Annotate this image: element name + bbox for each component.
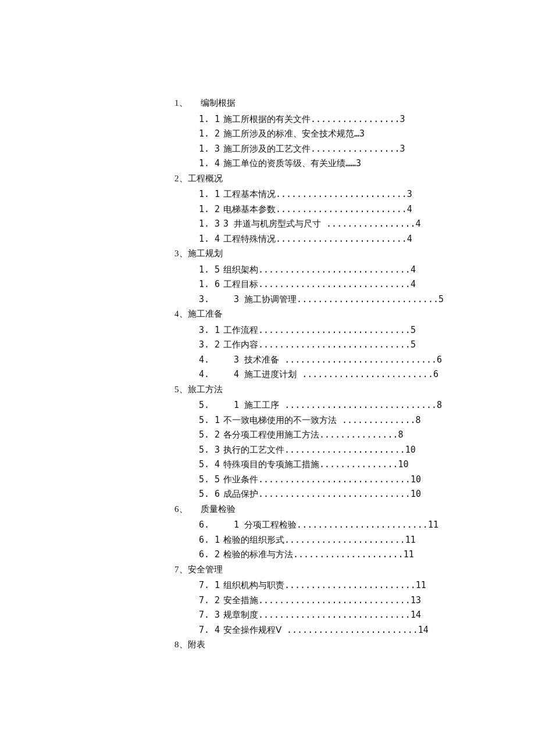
section-title: 附表 — [188, 637, 205, 653]
toc-entry: 5. 2各分项工程使用施工方法...............8 — [199, 428, 369, 443]
entry-label: 1 施工工序 .............................8 — [223, 398, 442, 413]
entry-label: 施工所涉及的标准、安全技术规范…3 — [223, 127, 365, 142]
entry-num: 1. 2 — [199, 127, 223, 142]
entry-label: 作业条件.............................10 — [223, 472, 421, 488]
entry-num: 5. 5 — [199, 472, 223, 488]
toc-entry: 5. 1不一致电梯使用的不一致方法 ..............8 — [199, 413, 369, 428]
entry-label: 施工所根据的有关文件.................3 — [223, 112, 405, 127]
section-number: 7、 — [174, 562, 188, 578]
toc-entry: 1. 5组织架构.............................4 — [199, 263, 369, 278]
toc-entry: 7. 1组织机构与职责.........................11 — [199, 578, 369, 593]
entry-num: 1. 5 — [199, 263, 223, 278]
toc-entry: 3. 3 施工协调管理...........................5 — [199, 292, 369, 307]
toc-section-6: 6、 质量检验 — [174, 502, 369, 517]
toc-entry: 7. 2安全措施.............................13 — [199, 593, 369, 608]
toc-section-7: 7、安全管理 — [174, 562, 369, 578]
entry-num: 1. 4 — [199, 232, 223, 247]
entry-label: 规章制度.............................14 — [223, 608, 421, 623]
section-gap — [188, 96, 201, 111]
toc-entry: 5. 3执行的工艺文件.......................10 — [199, 443, 369, 458]
entry-num: 3. — [199, 292, 223, 307]
entry-label: 工程基本情况.........................3 — [223, 187, 412, 202]
entry-label: 施工所涉及的工艺文件.................3 — [223, 142, 405, 157]
toc-entry: 3. 2工作内容.............................5 — [199, 338, 369, 353]
toc-entry: 5. 5作业条件.............................10 — [199, 472, 369, 488]
entry-label: 各分项工程使用施工方法...............8 — [223, 428, 404, 443]
section-number: 5、 — [174, 382, 188, 397]
toc-entry: 4. 4 施工进度计划 .........................6 — [199, 367, 369, 382]
section-number: 8、 — [174, 637, 188, 653]
section-gap — [188, 502, 201, 517]
toc-entry: 5. 6成品保护.............................10 — [199, 487, 369, 502]
toc-entry: 1. 4工程特殊情况.........................4 — [199, 232, 369, 247]
toc-entry: 1. 2电梯基本参数.........................4 — [199, 202, 369, 217]
section-number: 6、 — [174, 502, 188, 517]
section-title: 编制根据 — [201, 96, 236, 111]
entry-num: 6. 2 — [199, 547, 223, 562]
entry-num: 5. 3 — [199, 443, 223, 458]
entry-num: 3. 2 — [199, 338, 223, 353]
entry-label: 组织机构与职责.........................11 — [223, 578, 426, 593]
entry-label: 不一致电梯使用的不一致方法 ..............8 — [223, 413, 421, 428]
toc-entry: 6. 1检验的组织形式.......................11 — [199, 533, 369, 548]
entry-num: 5. 2 — [199, 428, 223, 443]
toc-entry: 1. 1工程基本情况.........................3 — [199, 187, 369, 202]
entry-label: 安全操作规程Ⅴ .........................14 — [223, 623, 429, 638]
entry-num: 4. — [199, 367, 223, 382]
toc-section-8: 8、附表 — [174, 637, 369, 653]
toc-section-1: 1、 编制根据 — [174, 96, 369, 111]
entry-num: 7. 4 — [199, 623, 223, 638]
toc-section-2: 2、工程概况 — [174, 171, 369, 187]
entry-label: 执行的工艺文件.......................10 — [223, 443, 416, 458]
entry-label: 电梯基本参数.........................4 — [223, 202, 412, 217]
section-title: 施工规划 — [188, 246, 223, 261]
entry-num: 1. 1 — [199, 112, 223, 127]
section-number: 4、 — [174, 307, 188, 322]
entry-num: 4. — [199, 353, 223, 368]
entry-label: 4 施工进度计划 .........................6 — [223, 367, 438, 382]
entry-label: 施工单位的资质等级、有关业绩……3 — [223, 156, 361, 171]
toc-entry: 6. 2检验的标准与方法.....................11 — [199, 547, 369, 562]
entry-label: 特殊项目的专项施工措施...............10 — [223, 457, 409, 472]
entry-num: 7. 1 — [199, 578, 223, 593]
entry-num: 6. — [199, 518, 223, 533]
entry-num: 1. 2 — [199, 202, 223, 217]
entry-label: 工程目标.............................4 — [223, 277, 416, 292]
toc-entry: 1. 6工程目标.............................4 — [199, 277, 369, 292]
entry-label: 1 分项工程检验.........................11 — [223, 518, 438, 533]
toc-entry: 6. 1 分项工程检验.........................11 — [199, 518, 369, 533]
entry-num: 5. 1 — [199, 413, 223, 428]
section-title: 质量检验 — [201, 502, 236, 517]
toc-section-4: 4、施工准备 — [174, 307, 369, 322]
section-title: 安全管理 — [188, 562, 223, 578]
entry-label: 组织架构.............................4 — [223, 263, 416, 278]
entry-label: 工作流程.............................5 — [223, 323, 416, 338]
toc-entry: 7. 4安全操作规程Ⅴ .........................14 — [199, 623, 369, 638]
entry-num: 5. — [199, 398, 223, 413]
toc-entry: 5. 4特殊项目的专项施工措施...............10 — [199, 457, 369, 472]
entry-num: 3. 1 — [199, 323, 223, 338]
toc-section-5: 5、旅工方法 — [174, 382, 369, 397]
toc-entry: 1. 3施工所涉及的工艺文件.................3 — [199, 142, 369, 157]
section-title: 工程概况 — [188, 171, 223, 187]
toc-entry: 1. 4施工单位的资质等级、有关业绩……3 — [199, 156, 369, 171]
entry-num: 5. 4 — [199, 457, 223, 472]
entry-num: 6. 1 — [199, 533, 223, 548]
entry-label: 3 技术准备 .............................6 — [223, 353, 442, 368]
entry-num: 1. 3 — [199, 217, 223, 232]
entry-label: 成品保护.............................10 — [223, 487, 421, 502]
toc-entry: 1. 33 井道与机房型式与尺寸 .................4 — [199, 217, 369, 232]
entry-label: 3 井道与机房型式与尺寸 .................4 — [223, 217, 421, 232]
entry-num: 1. 3 — [199, 142, 223, 157]
document-page: 1、 编制根据 1. 1施工所根据的有关文件.................3… — [0, 0, 535, 756]
toc-entry: 1. 2施工所涉及的标准、安全技术规范…3 — [199, 127, 369, 142]
toc-entry: 5. 1 施工工序 .............................8 — [199, 398, 369, 413]
entry-label: 工程特殊情况.........................4 — [223, 232, 412, 247]
entry-label: 检验的标准与方法.....................11 — [223, 547, 414, 562]
entry-num: 1. 4 — [199, 156, 223, 171]
entry-label: 安全措施.............................13 — [223, 593, 421, 608]
entry-label: 3 施工协调管理...........................5 — [223, 292, 444, 307]
section-number: 3、 — [174, 246, 188, 261]
entry-num: 1. 1 — [199, 187, 223, 202]
entry-num: 1. 6 — [199, 277, 223, 292]
